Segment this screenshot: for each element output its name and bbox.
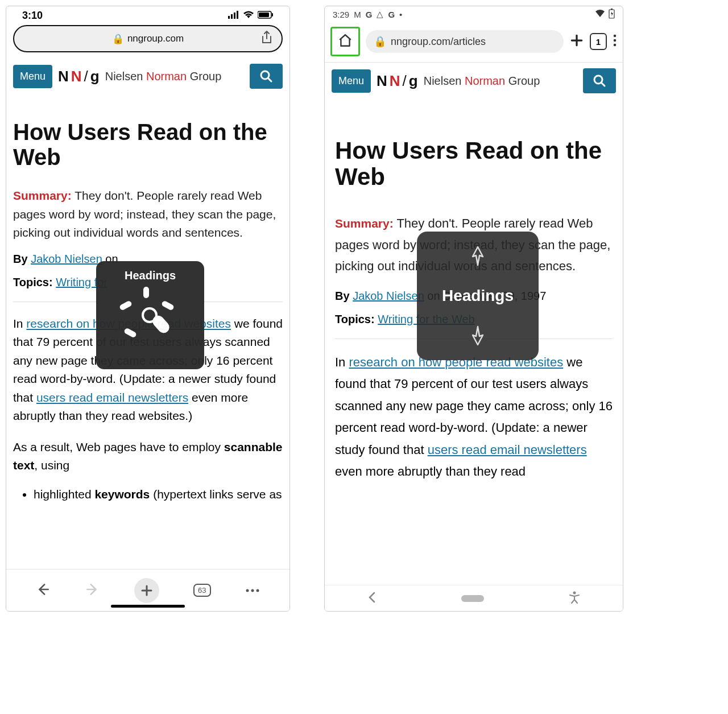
home-icon [338,33,353,48]
svg-point-19 [573,591,576,594]
ios-phone: 3:10 🔒 nngroup.com Menu NN/g Nielsen Nor… [6,6,290,612]
dot-icon: • [399,10,402,19]
lock-icon: 🔒 [374,35,386,48]
newsletters-link[interactable]: users read email newsletters [428,443,587,457]
google-icon: G [366,10,373,19]
rotor-dial-icon [116,286,184,354]
ios-address-bar[interactable]: 🔒 nngroup.com [13,25,283,52]
nng-header: Menu NN/g Nielsen Norman Group [6,58,289,99]
author-link[interactable]: Jakob Nielsen [353,290,424,302]
svg-rect-0 [228,16,230,19]
more-icon[interactable] [245,585,260,596]
search-button[interactable] [583,68,616,93]
list-item: highlighted keywords (hypertext links se… [34,488,283,501]
google-icon-2: G [388,10,395,19]
tabs-button[interactable]: 1 [590,33,607,50]
nng-header: Menu NN/g Nielsen Norman Group [325,63,623,104]
nng-logo[interactable]: NN/g [377,72,418,90]
home-gesture-pill[interactable] [461,595,484,602]
home-button-highlight[interactable] [330,27,360,56]
back-icon[interactable] [367,592,377,605]
search-icon [593,74,606,88]
tabs-button[interactable]: 63 [193,584,210,597]
arrow-down-icon [470,324,485,346]
nng-logo[interactable]: NN/g [58,68,100,85]
nng-brand-text: Nielsen Norman Group [105,70,222,83]
paragraph-1: In research on how people read websites … [335,352,613,483]
page-title: How Users Read on the Web [335,138,613,190]
new-tab-icon[interactable] [569,33,584,50]
battery-icon [258,10,274,22]
android-address-bar[interactable]: 🔒 nngroup.com/articles [366,30,564,53]
android-nav-bar [325,585,623,611]
svg-point-16 [614,44,617,47]
android-time: 3:29 [333,10,349,19]
back-icon[interactable] [36,582,51,599]
svg-point-9 [246,589,249,592]
more-icon[interactable] [613,34,617,49]
ios-url: nngroup.com [127,33,184,44]
arrow-up-icon [470,245,485,268]
svg-line-18 [601,82,605,86]
svg-rect-13 [611,9,613,10]
cellular-icon [228,10,239,22]
drive-icon: △ [377,9,383,19]
svg-rect-2 [234,13,235,19]
home-indicator [111,605,185,608]
svg-rect-5 [259,13,269,17]
ios-status-bar: 3:10 [6,6,289,24]
share-icon[interactable] [261,31,272,47]
android-status-bar: 3:29 M G △ G • [325,6,623,22]
new-tab-button[interactable] [134,578,159,603]
svg-rect-6 [272,13,273,16]
wifi-icon [243,10,254,22]
svg-line-8 [268,78,271,81]
bullet-list: highlighted keywords (hypertext links se… [13,488,283,501]
svg-point-10 [251,589,254,592]
android-url: nngroup.com/articles [391,36,486,48]
page-title: How Users Read on the Web [13,119,283,170]
menu-button[interactable]: Menu [332,69,371,93]
rotor-label: Headings [125,269,176,282]
svg-point-11 [256,589,259,592]
accessibility-icon[interactable] [569,591,580,606]
battery-icon [609,9,615,20]
rotor-label: Headings [442,287,514,305]
svg-point-14 [614,35,617,38]
ios-status-right [228,10,274,22]
forward-icon [85,582,100,599]
svg-rect-3 [237,11,238,19]
summary-paragraph: Summary: They don't. People rarely read … [13,187,283,242]
wifi-icon [595,10,605,19]
summary-label: Summary: [13,189,72,202]
nng-brand-text: Nielsen Norman Group [424,75,540,88]
lock-icon: 🔒 [112,33,124,45]
search-button[interactable] [250,64,283,89]
voiceover-rotor[interactable]: Headings [96,261,204,369]
talkback-rotor[interactable]: Headings [417,232,539,360]
search-icon [259,69,273,83]
paragraph-2: As a result, Web pages have to employ sc… [13,438,283,475]
android-toolbar: 🔒 nngroup.com/articles 1 [325,22,623,63]
svg-rect-1 [231,14,233,19]
summary-label: Summary: [335,217,394,230]
svg-point-15 [614,39,617,42]
menu-button[interactable]: Menu [13,65,52,88]
gmail-icon: M [354,10,361,19]
author-link[interactable]: Jakob Nielsen [31,253,102,265]
ios-time: 3:10 [22,10,43,22]
newsletters-link[interactable]: users read email newsletters [36,391,188,404]
android-phone: 3:29 M G △ G • 🔒 nngroup.com/articles 1 … [324,6,623,612]
